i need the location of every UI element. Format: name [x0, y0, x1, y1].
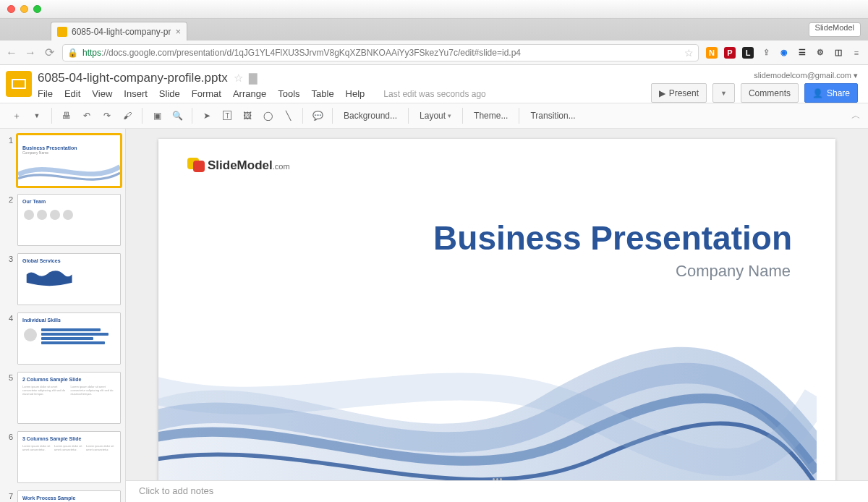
bookmark-star-icon[interactable]: ☆ — [684, 47, 694, 59]
window-minimize-button[interactable] — [20, 5, 28, 13]
present-dropdown[interactable]: ▼ — [712, 83, 735, 103]
pinterest-icon[interactable]: P — [724, 47, 736, 59]
thumb-number: 1 — [4, 135, 13, 187]
thumb-number: 4 — [4, 312, 13, 365]
extension-badge[interactable]: SlideModel — [809, 22, 861, 37]
speaker-notes[interactable]: Click to add notes — [126, 480, 868, 502]
back-button[interactable]: ← — [6, 46, 17, 59]
thumb-number: 3 — [4, 253, 13, 305]
share-button[interactable]: 👤 Share — [804, 83, 858, 103]
layout-button[interactable]: Layout — [414, 106, 457, 125]
zoom-icon[interactable]: 🔍 — [168, 106, 187, 125]
thumb-number: 2 — [4, 194, 13, 246]
new-slide-dropdown[interactable]: ▼ — [27, 106, 46, 125]
window-zoom-button[interactable] — [33, 5, 41, 13]
menu-insert[interactable]: Insert — [124, 88, 148, 99]
redo-icon[interactable]: ↷ — [98, 106, 116, 125]
ext-icon[interactable]: ◫ — [833, 47, 844, 59]
buffer-icon[interactable]: ☰ — [796, 47, 808, 59]
person-add-icon: 👤 — [812, 88, 823, 98]
browser-tab[interactable]: 6085-04-light-company-pr × — [51, 22, 187, 41]
reload-button[interactable]: ⟳ — [43, 46, 55, 59]
favicon-icon — [57, 27, 67, 37]
background-button[interactable]: Background... — [338, 106, 403, 125]
menu-tools[interactable]: Tools — [278, 88, 299, 99]
zoom-fit-icon[interactable]: ▣ — [148, 106, 166, 125]
comments-button[interactable]: Comments — [741, 83, 799, 103]
forward-button[interactable]: → — [25, 46, 36, 59]
url-scheme: https — [82, 48, 101, 58]
slide-thumbnail[interactable]: Work Process Sample — [17, 490, 121, 502]
slide-title[interactable]: Business Presentation — [433, 218, 792, 258]
print-icon[interactable]: 🖶 — [57, 106, 76, 125]
menu-table[interactable]: Table — [312, 88, 334, 99]
browser-tab-strip: 6085-04-light-company-pr × SlideModel — [0, 19, 868, 41]
main-area: 1 Business Presentation Company Name 2 O… — [0, 129, 868, 502]
last-edit-label: Last edit was seconds ago — [383, 89, 485, 99]
canvas-area: SlideModel.com Business Presentation Com… — [126, 129, 868, 502]
mac-titlebar — [0, 0, 868, 19]
ext-icon[interactable]: ⚙ — [814, 47, 826, 59]
ext-icon[interactable]: N — [706, 47, 718, 59]
slidemodel-logo: SlideModel.com — [187, 158, 290, 174]
menu-edit[interactable]: Edit — [64, 88, 80, 99]
undo-icon[interactable]: ↶ — [77, 106, 96, 125]
thumb-number: 5 — [4, 372, 13, 424]
toolbar: ＋ ▼ 🖶 ↶ ↷ 🖌 ▣ 🔍 ➤ 🅃 🖼 ◯ ╲ 💬 Background..… — [0, 103, 868, 129]
tab-title: 6085-04-light-company-pr — [72, 27, 171, 37]
slide-panel[interactable]: 1 Business Presentation Company Name 2 O… — [0, 129, 126, 502]
lock-icon: 🔒 — [67, 48, 78, 58]
notes-resize-handle[interactable] — [486, 478, 508, 484]
image-tool-icon[interactable]: 🖼 — [238, 106, 257, 125]
ext-icon[interactable]: ⇪ — [760, 47, 772, 59]
select-tool-icon[interactable]: ➤ — [197, 106, 216, 125]
shape-tool-icon[interactable]: ◯ — [258, 106, 277, 125]
comment-icon[interactable]: 💬 — [308, 106, 327, 125]
app-header: 6085-04-light-company-profile.pptx ☆ ▇ F… — [0, 65, 868, 103]
menu-slide[interactable]: Slide — [159, 88, 180, 99]
menu-arrange[interactable]: Arrange — [233, 88, 266, 99]
thumb-number: 6 — [4, 431, 13, 483]
slide-thumbnail[interactable]: Individual Skills — [17, 312, 121, 365]
browser-toolbar: ← → ⟳ 🔒 https ://docs.google.com/present… — [0, 41, 868, 65]
slide-thumbnail[interactable]: Global Services — [17, 253, 121, 305]
window-close-button[interactable] — [7, 5, 15, 13]
theme-button[interactable]: Theme... — [468, 106, 514, 125]
ext-icon[interactable]: L — [742, 47, 754, 59]
star-icon[interactable]: ☆ — [234, 72, 243, 85]
menu-view[interactable]: View — [92, 88, 112, 99]
tab-close-icon[interactable]: × — [175, 26, 181, 37]
ext-icon[interactable]: ◉ — [778, 47, 790, 59]
canvas-scroll[interactable]: SlideModel.com Business Presentation Com… — [126, 129, 868, 480]
extension-icons: N P L ⇪ ◉ ☰ ⚙ ◫ ≡ — [706, 47, 862, 59]
document-title[interactable]: 6085-04-light-company-profile.pptx — [38, 71, 228, 85]
menu-format[interactable]: Format — [192, 88, 221, 99]
new-slide-button[interactable]: ＋ — [7, 106, 26, 125]
present-button[interactable]: ▶ Present — [651, 83, 707, 103]
play-icon: ▶ — [659, 88, 665, 98]
toolbar-chevron-icon[interactable]: ︿ — [851, 109, 861, 122]
account-email[interactable]: slidemodelcom@gmail.com ▾ — [754, 71, 858, 80]
folder-icon[interactable]: ▇ — [249, 72, 258, 85]
slide-thumbnail[interactable]: Business Presentation Company Name — [17, 135, 121, 187]
transition-button[interactable]: Transition... — [524, 106, 581, 125]
menu-bar: File Edit View Insert Slide Format Arran… — [38, 88, 651, 99]
browser-menu-icon[interactable]: ≡ — [851, 47, 862, 59]
notes-placeholder: Click to add notes — [139, 485, 213, 496]
line-tool-icon[interactable]: ╲ — [278, 106, 297, 125]
thumb-number: 7 — [4, 490, 13, 502]
address-bar[interactable]: 🔒 https ://docs.google.com/presentation/… — [62, 44, 699, 61]
slides-logo-icon[interactable] — [6, 71, 32, 97]
slide-canvas[interactable]: SlideModel.com Business Presentation Com… — [158, 139, 835, 480]
slide-thumbnail[interactable]: 2 Columns Sample Slide Lorem ipsum dolor… — [17, 372, 121, 424]
menu-help[interactable]: Help — [346, 88, 365, 99]
menu-file[interactable]: File — [38, 88, 53, 99]
slide-thumbnail[interactable]: Our Team — [17, 194, 121, 246]
wave-graphic — [158, 259, 817, 480]
textbox-tool-icon[interactable]: 🅃 — [218, 106, 237, 125]
url-path: ://docs.google.com/presentation/d/1qJG1Y… — [101, 48, 521, 58]
slide-thumbnail[interactable]: 3 Columns Sample Slide Lorem ipsum dolor… — [17, 431, 121, 483]
paint-format-icon[interactable]: 🖌 — [118, 106, 137, 125]
